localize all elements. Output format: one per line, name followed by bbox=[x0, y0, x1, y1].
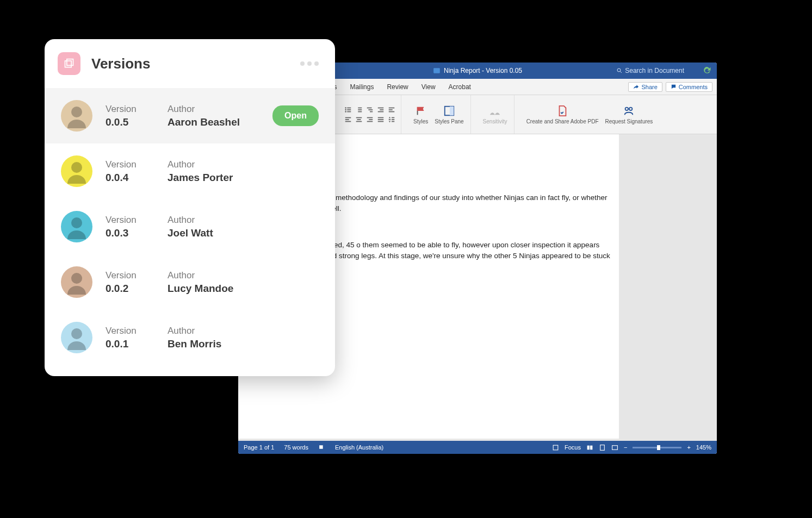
svg-point-52 bbox=[71, 217, 82, 228]
version-number: 0.0.4 bbox=[106, 172, 154, 184]
align-left-icon[interactable] bbox=[344, 116, 352, 123]
language[interactable]: English (Australia) bbox=[335, 444, 383, 451]
line-spacing-icon[interactable] bbox=[388, 116, 395, 123]
tab-review[interactable]: Review bbox=[380, 79, 414, 95]
versions-logo bbox=[58, 52, 80, 75]
svg-rect-45 bbox=[65, 61, 72, 67]
svg-point-2 bbox=[345, 107, 346, 109]
comments-button[interactable]: Comments bbox=[666, 82, 712, 92]
outdent-icon[interactable] bbox=[377, 106, 385, 114]
svg-point-54 bbox=[71, 273, 82, 284]
word-icon bbox=[433, 67, 441, 74]
read-mode-icon[interactable] bbox=[586, 444, 593, 451]
version-item[interactable]: Version0.0.2AuthorLucy Mandoe bbox=[45, 254, 335, 310]
version-item[interactable]: Version0.0.1AuthorBen Morris bbox=[45, 310, 335, 365]
svg-rect-8 bbox=[358, 107, 362, 108]
svg-point-6 bbox=[345, 111, 346, 113]
svg-rect-26 bbox=[367, 117, 373, 118]
svg-rect-23 bbox=[356, 117, 362, 118]
svg-rect-32 bbox=[392, 117, 394, 118]
numbering-icon[interactable] bbox=[355, 106, 363, 114]
version-label: Version bbox=[106, 270, 154, 281]
svg-rect-0 bbox=[433, 68, 440, 73]
adobe-sign-button[interactable]: Request Signatures bbox=[603, 105, 655, 124]
svg-point-4 bbox=[345, 109, 346, 110]
styles-pane-button[interactable]: Styles Pane bbox=[432, 105, 466, 124]
search-icon bbox=[616, 67, 623, 74]
print-layout-icon[interactable] bbox=[599, 444, 606, 451]
avatar bbox=[61, 322, 92, 353]
sensitivity-button: Sensitivity bbox=[481, 105, 510, 124]
sensitivity-group: Sensitivity bbox=[476, 95, 515, 134]
versions-title: Versions bbox=[91, 55, 150, 72]
svg-point-50 bbox=[71, 162, 82, 173]
paragraph-group bbox=[340, 95, 401, 134]
svg-rect-40 bbox=[553, 445, 558, 450]
svg-point-48 bbox=[71, 107, 82, 117]
version-label: Version bbox=[106, 104, 154, 115]
svg-rect-24 bbox=[357, 119, 361, 120]
styles-group: Styles Styles Pane bbox=[407, 95, 471, 134]
author-name: Lucy Mandoe bbox=[168, 283, 233, 295]
indent-icon[interactable] bbox=[388, 106, 395, 114]
spellcheck-icon[interactable] bbox=[318, 444, 325, 451]
version-item[interactable]: Version0.0.5AuthorAaron BeashelOpen bbox=[45, 88, 335, 143]
open-button[interactable]: Open bbox=[272, 105, 319, 126]
versions-header: Versions bbox=[45, 39, 335, 88]
page-indicator[interactable]: Page 1 of 1 bbox=[244, 444, 274, 451]
author-name: Ben Morris bbox=[168, 338, 221, 350]
svg-point-38 bbox=[625, 107, 629, 110]
svg-point-56 bbox=[71, 328, 82, 339]
svg-rect-20 bbox=[345, 117, 351, 118]
align-center-icon[interactable] bbox=[355, 116, 363, 123]
svg-rect-25 bbox=[356, 121, 362, 122]
svg-rect-13 bbox=[370, 111, 373, 112]
author-label: Author bbox=[168, 159, 233, 170]
svg-rect-35 bbox=[417, 111, 418, 115]
focus-label[interactable]: Focus bbox=[565, 444, 581, 451]
version-item[interactable]: Version0.0.3AuthorJoel Watt bbox=[45, 199, 335, 254]
svg-rect-30 bbox=[378, 119, 384, 120]
svg-rect-21 bbox=[345, 119, 349, 120]
svg-rect-33 bbox=[392, 119, 394, 120]
search-box[interactable]: Search in Document bbox=[616, 67, 684, 74]
more-icon[interactable] bbox=[300, 61, 319, 66]
svg-rect-43 bbox=[600, 445, 605, 450]
svg-rect-28 bbox=[367, 121, 373, 122]
svg-rect-34 bbox=[392, 121, 394, 122]
web-layout-icon[interactable] bbox=[611, 444, 618, 451]
focus-icon[interactable] bbox=[552, 444, 559, 451]
tab-view[interactable]: View bbox=[415, 79, 442, 95]
sync-icon[interactable] bbox=[702, 65, 711, 77]
styles-button[interactable]: Styles bbox=[411, 105, 430, 124]
svg-rect-10 bbox=[358, 111, 362, 112]
svg-rect-19 bbox=[389, 111, 395, 112]
bullets-icon[interactable] bbox=[344, 106, 352, 114]
avatar bbox=[61, 211, 92, 242]
align-right-icon[interactable] bbox=[366, 116, 374, 123]
author-label: Author bbox=[168, 104, 240, 115]
svg-point-1 bbox=[617, 68, 621, 72]
multilevel-icon[interactable] bbox=[366, 106, 374, 114]
version-item[interactable]: Version0.0.4AuthorJames Porter bbox=[45, 143, 335, 199]
share-button[interactable]: Share bbox=[628, 82, 662, 92]
adobe-group: Create and Share Adobe PDF Request Signa… bbox=[520, 95, 660, 134]
svg-point-39 bbox=[629, 107, 633, 110]
zoom-in[interactable]: + bbox=[687, 444, 690, 451]
author-name: Aaron Beashel bbox=[168, 116, 240, 128]
versions-panel: Versions Version0.0.5AuthorAaron Beashel… bbox=[45, 39, 335, 376]
avatar bbox=[61, 266, 92, 298]
svg-rect-46 bbox=[67, 59, 73, 66]
avatar bbox=[61, 100, 92, 132]
zoom-level[interactable]: 145% bbox=[696, 444, 711, 451]
search-placeholder: Search in Document bbox=[625, 67, 684, 74]
zoom-out[interactable]: − bbox=[624, 444, 627, 451]
author-label: Author bbox=[168, 215, 213, 226]
author-name: Joel Watt bbox=[168, 227, 213, 239]
tab-acrobat[interactable]: Acrobat bbox=[442, 79, 478, 95]
word-count[interactable]: 75 words bbox=[284, 444, 308, 451]
adobe-create-button[interactable]: Create and Share Adobe PDF bbox=[524, 105, 601, 124]
tab-mailings[interactable]: Mailings bbox=[343, 79, 380, 95]
justify-icon[interactable] bbox=[377, 116, 385, 123]
zoom-slider[interactable] bbox=[633, 447, 681, 448]
